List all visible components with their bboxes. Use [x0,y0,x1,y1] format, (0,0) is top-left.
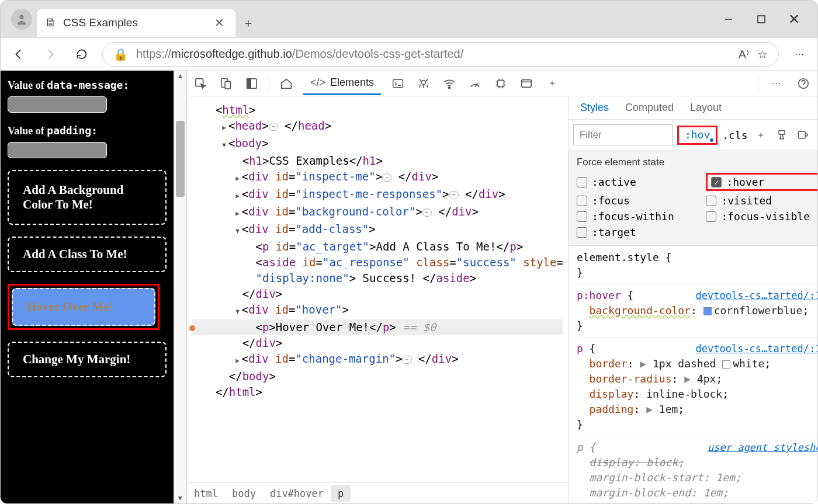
svg-rect-7 [247,78,251,88]
label-padding: Value of [8,125,47,137]
elements-tab[interactable]: </> Elements [303,72,381,95]
browser-tab[interactable]: 🗎 CSS Examples ✕ [37,9,235,37]
data-message-input[interactable] [8,96,107,113]
window-titlebar: 🗎 CSS Examples ✕ ＋ ✕ [1,1,817,38]
dom-selected-row: <p>Hover Over Me!</p> == $0 [192,319,563,335]
dom-tree[interactable]: <html> <head>⋯ </head> <body> <h1>CSS Ex… [187,96,568,482]
welcome-tab-icon[interactable] [278,75,295,92]
toggle-hov-button[interactable]: :hov [677,126,718,145]
label-data-message: Value of [8,79,47,91]
svg-rect-12 [522,79,532,87]
window-close-button[interactable]: ✕ [786,11,802,27]
address-bar-row: 🔒 https://microsoftedge.github.io/Demos/… [1,38,817,71]
read-aloud-icon[interactable]: A⁾ [739,47,749,61]
more-tabs-button[interactable]: ＋ [543,75,561,92]
svg-point-0 [19,15,23,19]
styles-tabs-chevron-icon[interactable]: ⌄ [815,97,817,119]
chk-hover[interactable]: ✓:hover [706,173,817,191]
devtools-help-icon[interactable] [795,75,812,92]
dock-side-icon[interactable] [243,75,261,92]
tab-file-icon: 🗎 [45,16,56,29]
svg-rect-2 [758,16,765,23]
styles-filter-input[interactable] [573,124,673,145]
toggle-cls-button[interactable]: .cls [722,129,747,141]
memory-tab-icon[interactable] [492,75,509,92]
device-emulation-icon[interactable] [217,75,235,92]
tab-title: CSS Examples [63,16,138,29]
address-bar[interactable]: 🔒 https://microsoftedge.github.io/Demos/… [102,42,779,67]
devtools-panel: </> Elements ＋ ⋯ ✕ <html> <head>⋯ </head… [186,71,817,503]
nav-back-button[interactable] [8,43,30,65]
styles-tabs: Styles Computed Layout ⌄ [569,96,817,120]
computed-tab[interactable]: Computed [617,97,682,119]
styles-tab[interactable]: Styles [572,97,617,119]
application-tab-icon[interactable] [518,75,535,92]
svg-rect-16 [798,131,805,138]
performance-tab-icon[interactable] [466,75,484,92]
rule-link-133[interactable]: devtools-cs…tarted/:133 [696,341,818,356]
svg-rect-15 [779,131,785,135]
sources-tab-icon[interactable] [415,75,432,92]
inspect-element-icon[interactable] [192,75,209,92]
ua-stylesheet-label: user agent stylesheet [708,440,817,455]
nav-forward-button[interactable] [39,43,61,65]
console-tab-icon[interactable] [389,75,407,92]
chk-focus-visible[interactable]: :focus-visible [706,210,817,223]
paint-brush-icon[interactable] [774,127,790,143]
chk-active[interactable]: :active [577,173,706,191]
svg-rect-11 [498,80,504,86]
styles-panel: Styles Computed Layout ⌄ :hov .cls ＋ For… [568,96,817,503]
chk-focus-within[interactable]: :focus-within [577,210,706,223]
dom-breadcrumb[interactable]: html body div#hover p [187,482,568,503]
tab-close-button[interactable]: ✕ [211,15,227,31]
force-state-title: Force element state [577,157,817,168]
window-minimize-button[interactable] [720,11,737,27]
profile-avatar[interactable] [11,9,32,30]
rule-link-140[interactable]: devtools-cs…tarted/:140 [696,288,818,303]
layout-tab[interactable]: Layout [682,97,730,119]
devtools-toolbar: </> Elements ＋ ⋯ ✕ [187,71,817,96]
chk-target[interactable]: :target [577,226,706,238]
svg-rect-8 [393,79,403,87]
site-lock-icon: 🔒 [113,47,128,61]
computed-toggle-icon[interactable] [795,127,811,143]
new-style-rule-icon[interactable]: ＋ [753,127,769,143]
page-scrollbar[interactable]: ▲ ▼ [174,71,186,503]
svg-rect-5 [225,81,230,89]
svg-point-9 [421,80,425,84]
elements-icon: </> [310,77,325,89]
network-tab-icon[interactable] [441,75,458,92]
nav-reload-button[interactable] [71,43,93,65]
browser-menu-button[interactable]: ⋯ [788,43,810,65]
add-class-box[interactable]: Add A Class To Me! [8,237,167,272]
padding-input[interactable] [8,142,107,158]
style-rules-list[interactable]: element.style {} devtools-cs…tarted/:140… [569,246,817,503]
background-color-box[interactable]: Add A Background Color To Me! [8,170,167,225]
window-maximize-button[interactable] [753,11,770,27]
change-margin-box[interactable]: Change My Margin! [8,342,167,377]
favorite-icon[interactable]: ☆ [757,47,768,61]
chk-focus[interactable]: :focus [577,194,706,207]
url-text: https://microsoftedge.github.io/Demos/de… [136,47,463,61]
devtools-more-icon[interactable]: ⋯ [768,75,785,92]
rendered-page: Value of data-message: Value of padding:… [1,71,174,503]
hover-box-highlight: Hover Over Me! [8,284,160,330]
hover-box[interactable]: Hover Over Me! [12,288,155,326]
svg-point-10 [449,86,450,88]
chk-visited[interactable]: :visited [706,194,817,207]
new-tab-button[interactable]: ＋ [240,15,257,31]
